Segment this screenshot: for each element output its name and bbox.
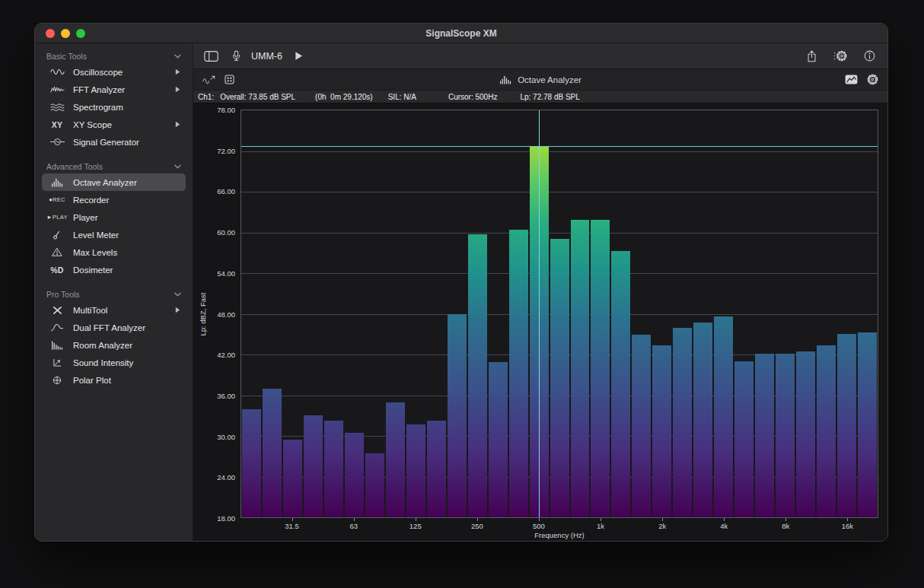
bar-8k[interactable] <box>776 354 795 517</box>
x-tick-label: 125 <box>409 522 422 530</box>
microphone-icon[interactable] <box>232 50 241 62</box>
sidebar-item-label: Polar Plot <box>73 376 180 385</box>
bar-125[interactable] <box>406 424 425 517</box>
y-axis-ticks: 78.0072.0066.0060.0054.0048.0042.0036.00… <box>209 110 241 518</box>
bar-63[interactable] <box>345 433 364 517</box>
x-tick-mark <box>601 518 601 521</box>
bar-31.5[interactable] <box>283 440 302 517</box>
bar-80[interactable] <box>365 453 384 517</box>
sidebar-item-octave-analyzer[interactable]: Octave Analyzer <box>42 173 186 191</box>
bar-40[interactable] <box>304 415 323 517</box>
traffic-lights <box>46 29 85 38</box>
sidebar-item-sound-intensity[interactable]: Sound Intensity <box>42 354 186 371</box>
bar-800[interactable] <box>571 220 590 517</box>
play-button[interactable] <box>295 51 303 61</box>
toolbar: UMM-6 <box>193 43 887 69</box>
section-label: Basic Tools <box>46 52 87 61</box>
chart-display-icon[interactable] <box>845 75 858 84</box>
sidebar-toggle-icon[interactable] <box>204 51 218 62</box>
submenu-arrow-icon[interactable] <box>175 68 180 75</box>
minimize-button[interactable] <box>61 29 70 38</box>
submenu-arrow-icon[interactable] <box>175 86 180 93</box>
device-label[interactable]: UMM-6 <box>251 51 282 62</box>
sidebar-item-label: Max Levels <box>73 248 180 257</box>
sidebar-item-dosimeter[interactable]: %DDosimeter <box>42 261 186 278</box>
sidebar-item-fft-analyzer[interactable]: FFT Analyzer <box>42 81 186 98</box>
tool-header-left <box>202 75 234 84</box>
bar-630[interactable] <box>550 239 569 517</box>
sidebar-item-player[interactable]: ►PLAYPlayer <box>42 208 186 226</box>
sine-wave-icon <box>47 68 67 76</box>
app-window: SignalScope XM Basic ToolsOscilloscopeFF… <box>34 23 888 542</box>
sidebar-item-label: Dual FFT Analyzer <box>73 323 180 332</box>
data-grid-icon[interactable] <box>225 75 234 84</box>
section-label: Advanced Tools <box>46 162 103 171</box>
input-signal-icon[interactable] <box>202 75 215 84</box>
sidebar-item-signal-generator[interactable]: Signal Generator <box>42 133 186 151</box>
x-tick-label: 2k <box>658 522 666 530</box>
bar-20k[interactable] <box>858 332 877 517</box>
bar-1k[interactable] <box>591 220 610 517</box>
status-cursor: Cursor: 500Hz <box>448 93 497 101</box>
bar-160[interactable] <box>427 421 446 518</box>
bar-2k[interactable] <box>652 345 671 517</box>
submenu-arrow-icon[interactable] <box>175 121 180 128</box>
bar-16k[interactable] <box>837 334 856 517</box>
bar-1.6k[interactable] <box>632 335 651 517</box>
section-label: Pro Tools <box>46 290 80 299</box>
x-tick-label: 63 <box>349 522 358 530</box>
sidebar-item-polar-plot[interactable]: Polar Plot <box>42 371 186 389</box>
bar-4k[interactable] <box>714 316 733 517</box>
bar-50[interactable] <box>324 421 343 517</box>
y-tick-label: 54.00 <box>217 269 235 277</box>
section-header-pro-tools[interactable]: Pro Tools <box>42 286 186 301</box>
bar-10k[interactable] <box>796 351 815 517</box>
submenu-arrow-icon[interactable] <box>175 307 180 313</box>
gear-icon[interactable] <box>867 74 878 85</box>
close-button[interactable] <box>46 29 55 38</box>
section-header-basic-tools[interactable]: Basic Tools <box>42 48 186 63</box>
settings-gear-icon[interactable] <box>833 50 847 62</box>
bar-1.25k[interactable] <box>611 251 630 517</box>
sidebar-item-multitool[interactable]: MultiTool <box>42 301 186 319</box>
x-tick-mark <box>785 518 786 521</box>
bar-250[interactable] <box>468 234 487 517</box>
bar-400[interactable] <box>509 230 528 517</box>
bar-315[interactable] <box>489 362 508 517</box>
bar-200[interactable] <box>448 314 467 518</box>
sidebar-item-label: Level Meter <box>73 230 180 240</box>
bar-100[interactable] <box>386 402 405 517</box>
fft-wave-icon <box>47 85 67 94</box>
sidebar-item-spectrogram[interactable]: Spectrogram <box>42 98 186 116</box>
xy-scope-icon: XY <box>47 120 67 129</box>
zoom-button[interactable] <box>76 29 85 38</box>
chart-area: Lp: dBZ, Fast 78.0072.0066.0060.0054.004… <box>193 103 887 541</box>
recorder-icon: ●REC <box>47 196 67 203</box>
sidebar-item-room-analyzer[interactable]: Room Analyzer <box>42 336 186 354</box>
bar-12.5k[interactable] <box>817 345 836 517</box>
sidebar-item-max-levels[interactable]: Max Levels <box>42 243 186 261</box>
cursor-line[interactable] <box>539 110 540 517</box>
info-icon[interactable] <box>864 50 875 62</box>
bar-3.15k[interactable] <box>693 323 712 517</box>
bar-20[interactable] <box>242 409 261 517</box>
bar-6.3k[interactable] <box>755 354 774 517</box>
sidebar-item-label: XY Scope <box>73 120 169 129</box>
x-tick-mark <box>847 518 848 521</box>
sidebar-item-oscilloscope[interactable]: Oscilloscope <box>42 63 186 81</box>
share-icon[interactable] <box>807 50 817 62</box>
sidebar-item-level-meter[interactable]: Level Meter <box>42 226 186 243</box>
bar-5k[interactable] <box>734 361 754 517</box>
sidebar-item-label: MultiTool <box>73 306 169 315</box>
sidebar-item-recorder[interactable]: ●RECRecorder <box>42 191 186 208</box>
bar-2.5k[interactable] <box>673 328 692 517</box>
x-tick-mark <box>354 518 355 521</box>
bar-25[interactable] <box>263 389 282 517</box>
x-tick-label: 250 <box>471 522 483 530</box>
section-header-advanced-tools[interactable]: Advanced Tools <box>42 158 186 173</box>
bars-layer <box>241 110 878 517</box>
sidebar-item-dual-fft-analyzer[interactable]: Dual FFT Analyzer <box>42 319 186 336</box>
x-axis-title: Frequency (Hz) <box>241 531 878 539</box>
sidebar-item-xy-scope[interactable]: XYXY Scope <box>42 116 186 133</box>
plot-area[interactable] <box>241 110 878 518</box>
